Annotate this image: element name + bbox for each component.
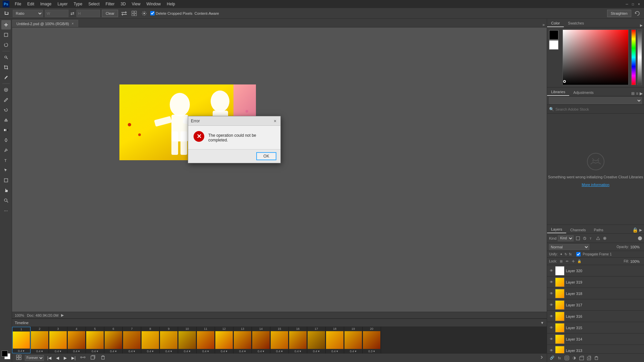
layer-row[interactable]: 👁 Layer 320	[547, 265, 644, 277]
layers-tab[interactable]: Layers	[547, 226, 566, 233]
libraries-search-input[interactable]	[555, 107, 642, 111]
menu-view[interactable]: View	[129, 1, 143, 7]
width-input[interactable]	[45, 10, 68, 17]
timeline-frame-12[interactable]: 12 0.4 ▾	[215, 327, 233, 353]
lock-all-icon[interactable]: 🔒	[577, 259, 582, 264]
minimize-button[interactable]: ─	[625, 2, 629, 6]
dialog-close-button[interactable]: ×	[272, 118, 278, 124]
delete-layer-icon[interactable]	[593, 355, 599, 361]
type-tool[interactable]: T	[1, 156, 11, 165]
color-tab[interactable]: Color	[547, 20, 564, 27]
menu-edit[interactable]: Edit	[24, 1, 37, 7]
frame-duration-19[interactable]: 0.4 ▾	[344, 349, 362, 353]
shape-tool[interactable]	[1, 176, 11, 185]
hand-tool[interactable]	[1, 186, 11, 195]
filter-type-icon[interactable]: T	[588, 235, 594, 241]
frame-duration-6[interactable]: 0.4 ▾	[104, 349, 122, 353]
color-picker-area[interactable]	[562, 29, 629, 85]
frame-duration-17[interactable]: 0.4 ▾	[307, 349, 325, 353]
libraries-more-info-link[interactable]: More information	[582, 183, 609, 187]
timeline-frame-10[interactable]: 10 0.4 ▾	[178, 327, 197, 353]
menu-window[interactable]: Window	[144, 1, 164, 7]
timeline-frame-15[interactable]: 15 0.4 ▾	[270, 327, 289, 353]
layer-eye-icon[interactable]: 👁	[549, 337, 554, 341]
unify-icon-1[interactable]: ✦	[560, 252, 562, 256]
menu-filter[interactable]: Filter	[103, 1, 117, 7]
play-button[interactable]: ▶	[62, 355, 68, 361]
select-tool[interactable]	[1, 30, 11, 40]
background-color-box[interactable]	[549, 40, 558, 50]
filter-shape-icon[interactable]	[595, 235, 601, 241]
frame-duration-3[interactable]: 0.4 ▾	[49, 349, 67, 353]
straighten-button[interactable]: Straighten	[607, 10, 631, 17]
panel-collapse-icon[interactable]: »	[542, 22, 547, 27]
layer-eye-icon[interactable]: 👁	[549, 303, 554, 307]
libraries-dropdown[interactable]	[549, 97, 642, 104]
layer-eye-icon[interactable]: 👁	[549, 269, 554, 273]
kind-filter-select[interactable]: Kind	[558, 235, 574, 241]
document-tab[interactable]: Untitled-2.psd @ 100% (RGB/8) ×	[12, 20, 78, 27]
foreground-color-swatch[interactable]	[2, 351, 8, 357]
libraries-tab[interactable]: Libraries	[547, 88, 569, 96]
delete-cropped-checkbox[interactable]: Delete Cropped Pixels	[150, 11, 192, 15]
timeline-frame-1[interactable]: 1 0.4 ▾	[12, 327, 31, 353]
new-fill-icon[interactable]: ◑	[571, 355, 577, 361]
alpha-strip[interactable]	[637, 29, 642, 85]
more-tools[interactable]: ···	[1, 206, 11, 215]
first-frame-button[interactable]: |◀	[46, 355, 53, 361]
settings-icon[interactable]	[140, 9, 148, 17]
fill-value[interactable]: 100%	[630, 259, 642, 263]
clone-tool[interactable]	[1, 105, 11, 115]
zoom-tool[interactable]	[1, 196, 11, 205]
menu-image[interactable]: Image	[38, 1, 54, 7]
swap-icon[interactable]: ⇄	[70, 11, 74, 16]
layer-eye-icon[interactable]: 👁	[549, 292, 554, 295]
filter-smart-icon[interactable]	[602, 235, 608, 241]
layer-row[interactable]: 👁 Layer 318	[547, 288, 644, 299]
opacity-value[interactable]: 100%	[630, 245, 642, 249]
document-close-button[interactable]: ×	[72, 22, 74, 25]
timeline-frame-8[interactable]: 8 0.4 ▾	[141, 327, 160, 353]
menu-type[interactable]: Type	[71, 1, 85, 7]
layers-menu-icon[interactable]: ▶	[639, 227, 643, 233]
timeline-frame-16[interactable]: 16 0.4 ▾	[289, 327, 307, 353]
height-input[interactable]	[76, 10, 100, 17]
frame-duration-11[interactable]: 0.4 ▾	[197, 349, 215, 353]
timeline-frame-11[interactable]: 11 0.4 ▾	[197, 327, 215, 353]
maximize-button[interactable]: □	[631, 2, 635, 6]
filter-adjustment-icon[interactable]	[582, 235, 588, 241]
undo-icon[interactable]	[633, 9, 641, 17]
timeline-frame-18[interactable]: 18 0.4 ▾	[326, 327, 344, 353]
menu-3d[interactable]: 3D	[118, 1, 128, 7]
lasso-tool[interactable]	[1, 40, 11, 50]
timeline-frame-9[interactable]: 9 0.4 ▾	[160, 327, 178, 353]
frame-duration-14[interactable]: 0.4 ▾	[252, 349, 270, 353]
add-frame-icon[interactable]	[15, 354, 23, 362]
prev-frame-button[interactable]: ◀	[55, 355, 60, 361]
frame-duration-5[interactable]: 0.4 ▾	[86, 349, 104, 353]
timeline-frame-13[interactable]: 13 0.4 ▾	[233, 327, 252, 353]
timeline-frame-3[interactable]: 3 0.4 ▾	[49, 327, 67, 353]
layer-row[interactable]: 👁 Layer 315	[547, 322, 644, 334]
paths-tab[interactable]: Paths	[590, 227, 607, 233]
crop-tool[interactable]	[1, 63, 11, 72]
libraries-grid-icon[interactable]: ⊞	[631, 91, 635, 96]
unify-icon-3[interactable]: fx	[569, 252, 572, 256]
expand-icon[interactable]: ▶	[61, 313, 64, 317]
menu-select[interactable]: Select	[86, 1, 102, 7]
timeline-scroll-right[interactable]	[539, 355, 544, 361]
timeline-collapse-icon[interactable]: ▼	[540, 321, 544, 325]
propagate-checkbox[interactable]	[576, 252, 581, 256]
eyedropper-tool[interactable]	[1, 73, 11, 82]
pen-tool[interactable]	[1, 145, 11, 155]
layer-eye-icon[interactable]: 👁	[549, 349, 554, 352]
blur-tool[interactable]	[1, 135, 11, 145]
clear-button[interactable]: Clear	[102, 10, 118, 17]
loop-select[interactable]: Forever	[25, 355, 44, 361]
copy-frame-icon[interactable]	[89, 354, 97, 362]
lock-paint-icon[interactable]: ✏	[565, 259, 570, 264]
timeline-frame-2[interactable]: 2 0.4 ▾	[31, 327, 49, 353]
layer-effects-icon[interactable]: fx	[556, 355, 562, 361]
lock-move-icon[interactable]: ✛	[571, 259, 576, 264]
menu-file[interactable]: File	[12, 1, 24, 7]
